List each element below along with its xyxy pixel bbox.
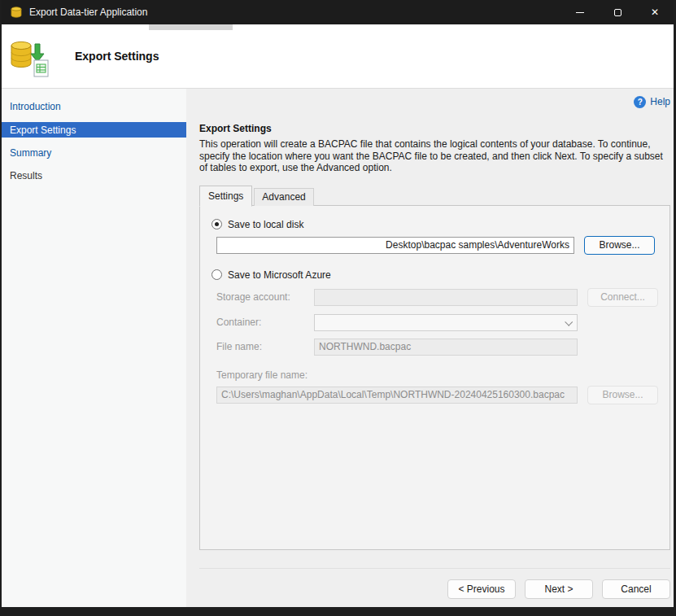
container-row: Container: [216,314,658,331]
titlebar[interactable]: Export Data-tier Application ✕ [2,0,674,24]
content-description: This operation will create a BACPAC file… [199,138,666,174]
save-local-row: Save to local disk [212,219,658,230]
titlebar-tab-artifact [149,24,233,30]
save-local-radio[interactable] [212,219,222,229]
window-controls: ✕ [561,0,674,24]
help-icon: ? [634,96,646,108]
file-name-row: File name: [216,339,658,356]
settings-tab-panel: Save to local disk Browse... Save to Mic… [199,205,670,550]
storage-account-input [314,289,578,306]
save-azure-radio[interactable] [212,269,222,280]
help-link[interactable]: Help [650,96,670,107]
wizard-page-title: Export Settings [75,50,159,63]
app-database-icon [11,7,22,18]
wizard-body: Introduction Export Settings Summary Res… [2,89,674,607]
connect-button: Connect... [587,288,658,307]
container-label: Container: [216,317,314,328]
settings-tabstrip: Settings Advanced [199,186,670,206]
temp-file-label: Temporary file name: [216,369,658,381]
maximize-icon [614,9,621,16]
sidebar-item-export-settings[interactable]: Export Settings [2,122,186,138]
wizard-footer: < Previous Next > Cancel [199,568,670,607]
close-button[interactable]: ✕ [636,0,674,24]
wizard-steps-sidebar: Introduction Export Settings Summary Res… [2,89,186,607]
container-select [314,314,578,331]
temp-file-input [216,387,578,404]
content-heading: Export Settings [199,123,670,134]
sidebar-item-introduction[interactable]: Introduction [2,95,186,118]
file-name-input [314,339,578,356]
help-row: ? Help [199,95,670,108]
close-icon: ✕ [651,7,659,17]
maximize-button[interactable] [599,0,636,24]
local-path-row: Browse... [216,236,658,255]
browse-local-button[interactable]: Browse... [584,236,655,255]
tab-settings[interactable]: Settings [199,186,252,207]
chevron-down-icon [565,317,573,325]
window-title: Export Data-tier Application [29,7,147,18]
minimize-button[interactable] [561,0,599,24]
cancel-button[interactable]: Cancel [602,579,670,599]
sidebar-item-summary[interactable]: Summary [2,142,186,164]
storage-account-label: Storage account: [216,291,314,303]
sidebar-item-results[interactable]: Results [2,164,186,187]
save-azure-row: Save to Microsoft Azure [212,269,658,281]
save-local-label: Save to local disk [228,219,303,230]
tab-advanced[interactable]: Advanced [254,188,313,206]
local-path-input[interactable] [216,237,574,254]
previous-button[interactable]: < Previous [447,579,516,599]
next-button[interactable]: Next > [525,579,593,599]
minimize-icon [576,12,584,13]
file-name-label: File name: [216,341,314,352]
save-azure-label: Save to Microsoft Azure [228,269,331,281]
database-export-icon [10,39,50,78]
temp-file-row: Browse... [216,386,658,404]
wizard-header: Export Settings [2,24,674,89]
wizard-main-area: ? Help Export Settings This operation wi… [186,89,674,607]
storage-account-row: Storage account: Connect... [216,288,658,307]
browse-temp-button: Browse... [587,386,658,404]
window-frame: Export Data-tier Application ✕ [0,0,676,616]
export-wizard-window: Export Data-tier Application ✕ [2,0,674,607]
